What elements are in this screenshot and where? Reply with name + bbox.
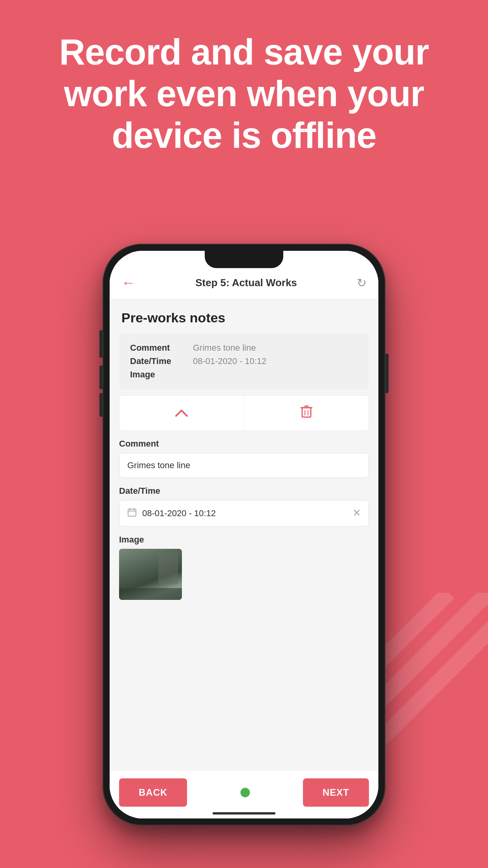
collapse-button[interactable] (119, 396, 244, 430)
hero-section: Record and save your work even when your… (0, 31, 488, 156)
comment-label: Comment (130, 343, 193, 353)
datetime-text: 08-01-2020 - 10:12 (142, 508, 216, 519)
datetime-left: 08-01-2020 - 10:12 (127, 508, 216, 519)
bottom-nav: BACK NEXT (110, 770, 378, 818)
refresh-icon[interactable]: ↻ (357, 276, 367, 290)
trash-icon (301, 405, 312, 422)
screen-content: ← Step 5: Actual Works ↻ Pre-works notes… (110, 251, 378, 818)
phone-mockup: ← Step 5: Actual Works ↻ Pre-works notes… (103, 244, 385, 826)
image-field-group: Image (119, 535, 369, 600)
comment-input[interactable]: Grimes tone line (119, 453, 369, 478)
back-button[interactable]: ← (121, 274, 136, 291)
clear-icon[interactable] (353, 508, 361, 519)
datetime-field-label: Date/Time (119, 486, 369, 496)
delete-button[interactable] (244, 396, 369, 430)
svg-rect-8 (128, 509, 136, 516)
chevron-up-icon (174, 406, 189, 421)
datetime-value: 08-01-2020 - 10:12 (193, 356, 266, 366)
comment-field-group: Comment Grimes tone line (119, 439, 369, 478)
image-label-card: Image (130, 370, 193, 380)
info-row-image: Image (130, 370, 358, 380)
info-row-comment: Comment Grimes tone line (130, 343, 358, 353)
header-title: Step 5: Actual Works (195, 277, 297, 289)
hero-title: Record and save your work even when your… (31, 31, 457, 156)
info-row-datetime: Date/Time 08-01-2020 - 10:12 (130, 356, 358, 366)
comment-value: Grimes tone line (193, 343, 256, 353)
image-thumbnail[interactable] (119, 549, 182, 600)
action-row (119, 395, 369, 431)
datetime-input[interactable]: 08-01-2020 - 10:12 (119, 500, 369, 527)
next-nav-button[interactable]: NEXT (303, 778, 369, 807)
image-field-label: Image (119, 535, 369, 545)
phone-shell: ← Step 5: Actual Works ↻ Pre-works notes… (103, 244, 385, 826)
datetime-label: Date/Time (130, 356, 193, 366)
status-dot (240, 788, 250, 797)
section-title: Pre-works notes (121, 310, 367, 326)
svg-rect-3 (302, 408, 311, 417)
section-title-bar: Pre-works notes (110, 299, 378, 333)
info-card: Comment Grimes tone line Date/Time 08-01… (119, 333, 369, 389)
back-nav-button[interactable]: BACK (119, 778, 187, 807)
home-indicator (213, 812, 275, 815)
datetime-field-group: Date/Time (119, 486, 369, 527)
phone-screen: ← Step 5: Actual Works ↻ Pre-works notes… (110, 251, 378, 818)
comment-field-label: Comment (119, 439, 369, 449)
notch (205, 251, 283, 268)
form-section: Comment Grimes tone line Date/Time (110, 431, 378, 770)
calendar-icon (127, 508, 137, 519)
